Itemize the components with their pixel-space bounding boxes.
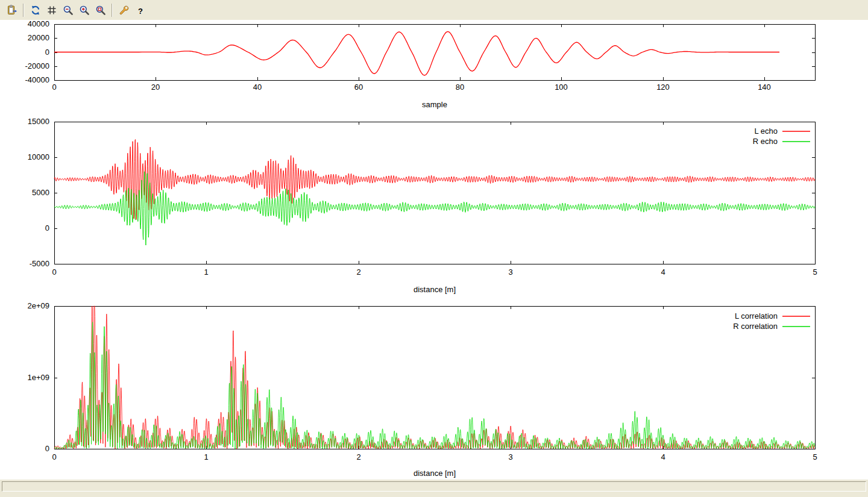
legend-label: R correlation xyxy=(733,322,778,331)
series-l-correlation xyxy=(54,306,815,449)
series-r-correlation xyxy=(54,322,815,449)
replot-button[interactable] xyxy=(27,2,43,18)
previous-zoom-button[interactable] xyxy=(60,2,76,18)
x-tick-label: 100 xyxy=(555,83,568,92)
y-tick-label: 0 xyxy=(45,444,49,453)
x-tick-label: 0 xyxy=(52,267,56,277)
y-tick-label: 5000 xyxy=(32,188,49,197)
copy-to-clipboard-button[interactable] xyxy=(4,2,20,18)
x-tick-label: 5 xyxy=(813,452,817,461)
zoom-autoscale-icon xyxy=(95,5,106,16)
x-tick-label: 80 xyxy=(456,83,464,92)
x-tick-label: 1 xyxy=(204,267,208,277)
toggle-grid-button[interactable] xyxy=(43,2,60,18)
x-tick-label: 20 xyxy=(151,83,160,92)
x-tick-label: 4 xyxy=(661,267,665,277)
plot-area[interactable]: 020406080100120140-40000-200000200004000… xyxy=(0,20,868,479)
y-tick-label: 1e+09 xyxy=(27,373,49,382)
plot-border xyxy=(54,306,815,449)
series-l-echo xyxy=(54,140,815,220)
chart-2[interactable]: 012345-5000050001000015000distance [m]L … xyxy=(28,117,817,294)
x-tick-label: 2 xyxy=(356,267,360,277)
x-axis-label: distance [m] xyxy=(414,285,456,294)
toolbar: ? xyxy=(0,0,868,20)
toolbar-separator xyxy=(23,4,24,17)
y-tick-label: 20000 xyxy=(28,33,49,42)
x-tick-label: 0 xyxy=(52,452,56,461)
x-axis-label: sample xyxy=(422,100,447,109)
x-tick-label: 1 xyxy=(204,452,208,461)
y-tick-label: 10000 xyxy=(28,152,49,161)
y-tick-label: -5000 xyxy=(30,259,49,268)
clipboard-icon xyxy=(7,5,17,16)
y-tick-label: -40000 xyxy=(25,75,49,84)
status-bar xyxy=(0,479,868,497)
x-axis-label: distance [m] xyxy=(414,469,456,478)
grid-icon xyxy=(46,5,57,16)
chart-1[interactable]: 020406080100120140-40000-200000200004000… xyxy=(25,20,815,109)
wrench-icon xyxy=(119,5,130,16)
x-tick-label: 40 xyxy=(253,83,262,92)
plots-canvas[interactable]: 020406080100120140-40000-200000200004000… xyxy=(0,20,868,479)
help-button[interactable]: ? xyxy=(132,2,148,18)
x-tick-label: 60 xyxy=(354,83,363,92)
configure-button[interactable] xyxy=(116,2,132,18)
y-tick-label: 2e+09 xyxy=(27,301,49,310)
y-tick-label: -20000 xyxy=(25,61,49,70)
x-tick-label: 5 xyxy=(813,267,817,277)
y-tick-label: 40000 xyxy=(28,20,49,28)
x-tick-label: 2 xyxy=(356,452,360,461)
x-tick-label: 140 xyxy=(758,83,771,92)
autoscale-button[interactable] xyxy=(92,2,108,18)
legend-label: L correlation xyxy=(735,311,778,320)
legend-label: L echo xyxy=(754,127,778,136)
toolbar-separator xyxy=(112,4,113,17)
help-icon: ? xyxy=(135,5,146,16)
plot-border xyxy=(54,122,815,264)
series-line xyxy=(54,31,779,75)
x-tick-label: 3 xyxy=(508,267,512,277)
svg-text:?: ? xyxy=(138,6,143,15)
next-zoom-button[interactable] xyxy=(76,2,92,18)
y-tick-label: 0 xyxy=(45,48,49,57)
legend-label: R echo xyxy=(753,137,778,146)
x-tick-label: 120 xyxy=(656,83,670,92)
status-field xyxy=(2,481,866,492)
y-tick-label: 0 xyxy=(45,223,49,233)
x-tick-label: 3 xyxy=(508,452,512,461)
zoom-next-icon xyxy=(79,5,90,16)
x-tick-label: 0 xyxy=(52,83,56,92)
chart-3[interactable]: 01234501e+092e+09distance [m]L correlati… xyxy=(27,301,817,478)
zoom-previous-icon xyxy=(63,5,74,16)
y-tick-label: 15000 xyxy=(28,117,49,126)
refresh-icon xyxy=(30,5,41,16)
x-tick-label: 4 xyxy=(661,452,665,461)
